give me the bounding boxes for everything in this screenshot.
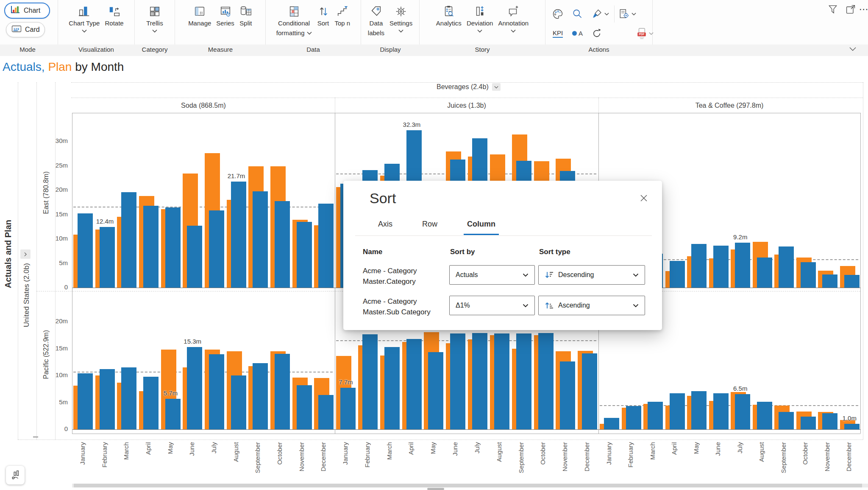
actuals-bar[interactable] <box>494 333 509 429</box>
data-label: 6.5m <box>728 385 753 392</box>
actuals-bar[interactable] <box>121 367 136 429</box>
average-line <box>73 207 333 207</box>
month-label: March <box>649 442 656 460</box>
actuals-bar[interactable] <box>626 406 641 429</box>
month-label: December <box>845 442 852 471</box>
actuals-bar[interactable] <box>450 333 465 429</box>
actuals-bar[interactable] <box>822 274 837 288</box>
data-label: 32.3m <box>399 121 424 128</box>
tab-row[interactable]: Row <box>419 220 441 235</box>
actuals-bar[interactable] <box>472 333 487 429</box>
y-tick-label: 10m <box>42 371 68 378</box>
actuals-bar[interactable] <box>275 201 290 288</box>
sort-type-dropdown-subcategory[interactable]: Ascending <box>538 296 645 315</box>
actuals-bar[interactable] <box>165 207 181 288</box>
header-sort-type: Sort type <box>539 248 570 256</box>
actuals-bar[interactable] <box>121 192 136 288</box>
actuals-bar[interactable] <box>297 222 312 288</box>
actuals-bar[interactable] <box>560 361 575 429</box>
sort-by-dropdown-category[interactable]: Actuals <box>449 265 535 285</box>
actuals-bar[interactable] <box>801 417 816 429</box>
month-label: August <box>758 442 765 462</box>
actuals-bar[interactable] <box>844 424 860 429</box>
actuals-bar[interactable] <box>231 182 246 288</box>
actuals-bar[interactable] <box>713 246 729 288</box>
actuals-bar[interactable] <box>78 373 93 429</box>
actuals-bar[interactable] <box>670 261 685 288</box>
actuals-bar[interactable] <box>428 352 443 429</box>
actuals-bar[interactable] <box>516 333 531 429</box>
sort-type-value: Descending <box>558 271 633 279</box>
sort-dialog-tabs: Axis Row Column <box>375 220 499 235</box>
month-label: May <box>429 442 437 454</box>
actuals-bar[interactable] <box>253 191 268 288</box>
actuals-bar[interactable] <box>275 354 290 429</box>
y-tick-label: 15m <box>42 344 68 352</box>
actuals-bar[interactable] <box>187 226 202 288</box>
actuals-bar[interactable] <box>209 354 224 429</box>
month-label: January <box>342 442 349 465</box>
actuals-bar[interactable] <box>757 258 772 288</box>
y-tick-label: 0 <box>42 283 68 291</box>
actuals-bar[interactable] <box>582 353 597 429</box>
actuals-bar[interactable] <box>318 395 334 429</box>
sort-descending-icon <box>545 270 554 280</box>
actuals-bar[interactable] <box>604 418 619 429</box>
month-label: October <box>801 442 809 465</box>
sort-type-value: Ascending <box>558 302 633 309</box>
sort-by-dropdown-subcategory[interactable]: Δ1% <box>449 296 535 315</box>
actuals-bar[interactable] <box>231 375 246 429</box>
actuals-bar[interactable] <box>691 391 707 429</box>
actuals-bar[interactable] <box>318 204 334 288</box>
actuals-bar[interactable] <box>844 275 860 288</box>
actuals-bar[interactable] <box>78 213 93 288</box>
actuals-bar[interactable] <box>384 347 400 429</box>
month-label: September <box>780 442 787 473</box>
actuals-bar[interactable] <box>779 246 794 288</box>
actuals-bar[interactable] <box>670 393 685 429</box>
actuals-bar[interactable] <box>757 402 772 429</box>
actuals-bar[interactable] <box>253 363 268 429</box>
actuals-bar[interactable] <box>100 227 115 288</box>
month-label: November <box>561 442 568 471</box>
actuals-bar[interactable] <box>822 413 837 429</box>
actuals-bar[interactable] <box>165 399 181 429</box>
chevron-down-icon <box>523 273 529 277</box>
actuals-bar[interactable] <box>538 333 554 429</box>
actuals-bar[interactable] <box>143 206 159 288</box>
data-label: 9.2m <box>728 233 753 241</box>
actuals-bar[interactable] <box>735 243 750 288</box>
actuals-bar[interactable] <box>713 393 729 429</box>
y-tick-label: 20m <box>42 317 68 325</box>
actuals-bar[interactable] <box>779 412 794 429</box>
data-label: 5.7m <box>158 389 184 397</box>
y-tick-label: 10m <box>42 235 68 242</box>
sort-type-dropdown-category[interactable]: Descending <box>538 265 645 285</box>
month-label: January <box>605 442 612 465</box>
month-label: August <box>495 442 503 462</box>
month-label: March <box>386 442 393 460</box>
month-label: September <box>517 442 525 473</box>
actuals-bar[interactable] <box>340 388 356 429</box>
actuals-bar[interactable] <box>801 262 816 288</box>
actuals-bar[interactable] <box>143 377 159 429</box>
actuals-bar[interactable] <box>362 334 378 429</box>
actuals-bar[interactable] <box>691 244 707 288</box>
tab-axis[interactable]: Axis <box>375 220 396 235</box>
close-button[interactable] <box>637 192 650 204</box>
actuals-bar[interactable] <box>648 402 663 429</box>
actuals-bar[interactable] <box>100 369 115 429</box>
actuals-bar[interactable] <box>187 347 202 429</box>
month-label: February <box>627 442 634 468</box>
chevron-down-icon <box>633 304 639 308</box>
month-label: March <box>122 442 130 460</box>
tab-column[interactable]: Column <box>464 220 499 235</box>
month-label: July <box>736 442 743 454</box>
month-label: July <box>210 442 217 454</box>
actuals-bar[interactable] <box>209 210 224 288</box>
actuals-bar[interactable] <box>735 394 750 429</box>
actuals-bar[interactable] <box>297 385 312 429</box>
month-label: April <box>145 442 152 455</box>
actuals-bar[interactable] <box>406 339 422 429</box>
month-label: July <box>473 442 481 454</box>
